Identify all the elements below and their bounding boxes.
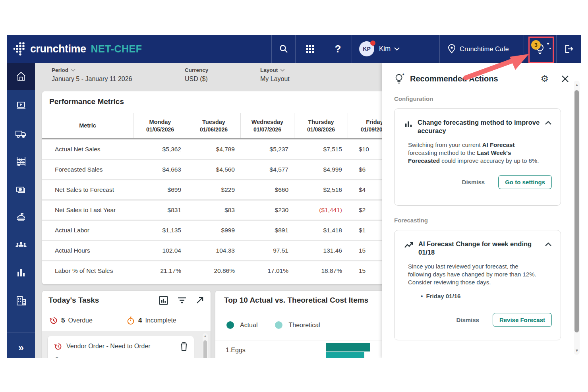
chevron-down-icon (394, 47, 400, 51)
column-header: Metric (42, 113, 133, 138)
metric-value: $230 (240, 207, 294, 214)
recommendation-title: AI Forecast Change for week ending 01/18 (418, 240, 540, 256)
metric-value: 18.87% (294, 267, 348, 274)
task-item[interactable]: Vendor Order - Need to Order Sysco (48, 336, 194, 358)
avatar-initials: KP (363, 46, 370, 52)
metric-value: $229 (187, 186, 240, 193)
metrics-table: MetricMonday01/05/2026Tuesday01/06/2026W… (42, 113, 439, 280)
tasks-scrollbar[interactable]: ▲ (203, 333, 208, 358)
metric-value: 104.33 (187, 247, 240, 254)
chevron-up-icon[interactable] (545, 121, 552, 125)
layout-label: Layout (260, 67, 278, 73)
metric-value: $831 (133, 207, 187, 214)
sidebar-item-company[interactable] (7, 287, 35, 314)
location-pin-icon (448, 44, 456, 54)
metric-value: 97.51 (240, 247, 294, 254)
scroll-up-icon[interactable]: ▲ (575, 83, 579, 87)
sidebar-item-inventory[interactable] (7, 148, 35, 175)
sparkle-icon: ✦ (549, 47, 551, 50)
brand-product: NET-CHEF (91, 43, 142, 55)
metrics-row: Forecasted Sales$4,663$4,560$4,577$4,999… (42, 159, 439, 179)
recommended-actions-button[interactable]: 3 ✦ ✦ (524, 35, 556, 63)
column-header: Wednesday01/07/2026 (240, 113, 294, 138)
cash-icon (15, 184, 27, 195)
scroll-down-icon[interactable]: ▼ (575, 348, 579, 353)
metrics-row: Net Sales to Forecast$699$229$660$2,516$… (42, 179, 439, 199)
metrics-row: Actual Labor$1,135$999$891$1,418$1 (42, 220, 439, 240)
metric-value: $660 (240, 186, 294, 193)
overdue-label: Overdue (68, 317, 92, 324)
column-label: Metric (79, 122, 96, 129)
metric-value: $4,789 (187, 146, 240, 153)
truck-icon (15, 129, 27, 139)
scroll-up-icon[interactable]: ▲ (203, 334, 207, 338)
sparkle-icon: ✦ (546, 41, 550, 46)
period-filter[interactable]: Period January 5 - January 11 2026 (52, 67, 132, 83)
gear-icon[interactable]: ⚙ (540, 73, 549, 84)
chart-view-icon[interactable] (159, 295, 168, 305)
sidebar-item-menu[interactable] (7, 204, 35, 231)
configuration-card: Change forecasting method to improve acc… (394, 108, 561, 206)
metric-name: Actual Labor (42, 227, 133, 234)
metric-value: $4,663 (133, 166, 187, 173)
column-date: 01/06/2026 (200, 126, 228, 133)
column-date: 01/05/2026 (146, 126, 174, 133)
todays-tasks-card: Today's Tasks 5 Overdue 4 (42, 291, 211, 358)
dismiss-button[interactable]: Dismiss (454, 316, 482, 324)
crunchtime-dots-icon (13, 41, 26, 57)
incomplete-count: 4 (138, 317, 142, 324)
abacus-icon (16, 156, 26, 167)
period-label: Period (52, 67, 68, 73)
logout-button[interactable] (556, 35, 581, 63)
overdue-count: 5 (61, 317, 65, 324)
sidebar-item-reports[interactable] (7, 259, 35, 286)
close-icon[interactable] (561, 75, 569, 83)
task-subtitle: Sysco (55, 356, 188, 358)
search-icon (279, 44, 288, 54)
metric-value: 17.01% (240, 267, 294, 274)
sidebar-item-media[interactable] (7, 93, 35, 120)
apps-button[interactable] (295, 35, 324, 63)
sidebar-item-labor[interactable] (7, 232, 35, 259)
revise-forecast-button[interactable]: Revise Forecast (493, 313, 552, 327)
search-button[interactable] (271, 35, 295, 63)
sidebar-item-sales[interactable] (7, 176, 35, 203)
go-to-settings-button[interactable]: Go to settings (498, 175, 552, 189)
media-player-icon (15, 100, 27, 112)
theoretical-legend-label: Theoretical (288, 322, 320, 329)
navbar-actions: ? KP Kim Crunchtime Cafe 3 (271, 35, 581, 63)
scroll-thumb[interactable] (574, 90, 579, 332)
bar-theoretical (326, 352, 364, 358)
incomplete-label: Incomplete (145, 317, 176, 324)
metric-name: Forecasted Sales (42, 166, 133, 173)
metric-value: $83 (187, 207, 240, 214)
metric-name: Labor % of Net Sales (42, 267, 133, 274)
metrics-row: Net Sales to Last Year$831$83$230($1,441… (42, 199, 439, 220)
period-value: January 5 - January 11 2026 (52, 75, 132, 83)
location-selector[interactable]: Crunchtime Cafe (439, 35, 524, 63)
expand-arrow-icon[interactable] (195, 296, 204, 305)
sidebar-item-home[interactable] (7, 63, 35, 90)
incomplete-status: 4 Incomplete (126, 316, 203, 325)
chevron-up-icon[interactable] (545, 242, 552, 247)
currency-value: USD ($) (185, 75, 208, 83)
sidebar-divider (7, 332, 35, 332)
help-button[interactable]: ? (324, 35, 352, 63)
scroll-thumb[interactable] (203, 340, 207, 358)
panel-scrollbar[interactable]: ▲ ▼ (574, 81, 580, 355)
food-menu-icon (15, 212, 27, 223)
dismiss-button[interactable]: Dismiss (460, 178, 487, 186)
sidebar-item-vendor[interactable] (7, 120, 35, 147)
location-name: Crunchtime Cafe (460, 45, 509, 53)
history-icon (49, 316, 58, 325)
metric-value: $891 (240, 227, 294, 234)
metric-value: $4,560 (187, 166, 240, 173)
trash-icon[interactable] (180, 342, 188, 351)
section-label-configuration: Configuration (394, 95, 433, 102)
metric-value: $2,516 (294, 186, 348, 193)
chevron-down-icon (71, 69, 75, 72)
filter-icon[interactable] (177, 296, 187, 304)
sidebar-expand-button[interactable]: » (7, 337, 35, 358)
user-menu[interactable]: KP Kim (352, 35, 439, 63)
layout-filter[interactable]: Layout My Layout (260, 67, 290, 83)
